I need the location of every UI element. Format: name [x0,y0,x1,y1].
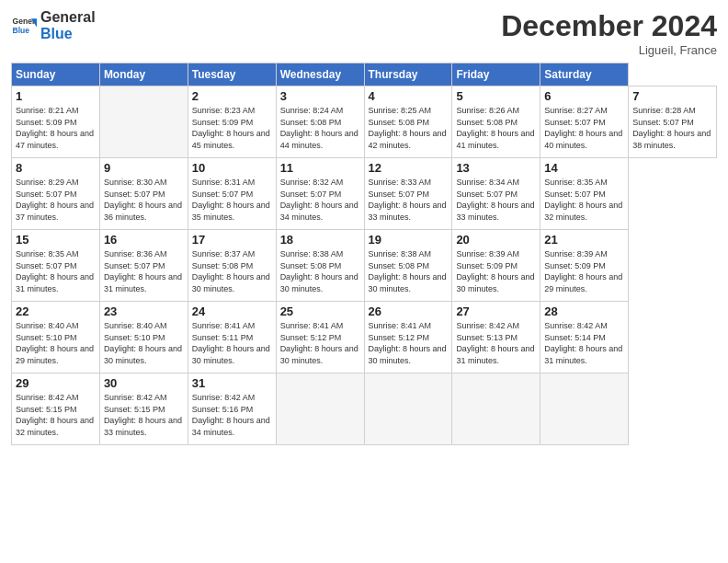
calendar-cell: 24Sunrise: 8:41 AMSunset: 5:11 PMDayligh… [188,302,276,373]
calendar-week-5: 29Sunrise: 8:42 AMSunset: 5:15 PMDayligh… [12,373,717,445]
calendar-cell: 18Sunrise: 8:38 AMSunset: 5:08 PMDayligh… [276,230,364,302]
day-number: 19 [369,233,449,247]
calendar-cell: 12Sunrise: 8:33 AMSunset: 5:07 PMDayligh… [364,158,452,230]
calendar-cell: 29Sunrise: 8:42 AMSunset: 5:15 PMDayligh… [12,373,100,445]
calendar-cell: 17Sunrise: 8:37 AMSunset: 5:08 PMDayligh… [188,230,276,302]
day-number: 30 [104,376,184,390]
day-number: 16 [104,233,184,247]
day-number: 4 [369,89,449,103]
day-info: Sunrise: 8:42 AMSunset: 5:15 PMDaylight:… [16,392,96,438]
day-info: Sunrise: 8:41 AMSunset: 5:12 PMDaylight:… [369,320,449,366]
day-info: Sunrise: 8:26 AMSunset: 5:08 PMDaylight:… [456,105,536,151]
calendar-cell [364,373,452,445]
calendar-cell: 26Sunrise: 8:41 AMSunset: 5:12 PMDayligh… [364,302,452,373]
calendar-cell [452,373,540,445]
day-info: Sunrise: 8:40 AMSunset: 5:10 PMDaylight:… [104,320,184,366]
calendar-cell: 9Sunrise: 8:30 AMSunset: 5:07 PMDaylight… [99,158,188,230]
calendar-cell: 28Sunrise: 8:42 AMSunset: 5:14 PMDayligh… [540,302,629,373]
day-info: Sunrise: 8:38 AMSunset: 5:08 PMDaylight:… [369,248,449,294]
day-number: 24 [192,304,272,318]
calendar-cell: 1Sunrise: 8:21 AMSunset: 5:09 PMDaylight… [12,86,100,158]
calendar-cell: 3Sunrise: 8:24 AMSunset: 5:08 PMDaylight… [276,86,364,158]
day-number: 31 [192,376,272,390]
day-info: Sunrise: 8:41 AMSunset: 5:12 PMDaylight:… [280,320,360,366]
day-number: 5 [456,89,536,103]
day-info: Sunrise: 8:37 AMSunset: 5:08 PMDaylight:… [192,248,272,294]
calendar-cell: 8Sunrise: 8:29 AMSunset: 5:07 PMDaylight… [12,158,100,230]
day-info: Sunrise: 8:39 AMSunset: 5:09 PMDaylight:… [456,248,536,294]
calendar-week-2: 8Sunrise: 8:29 AMSunset: 5:07 PMDaylight… [12,158,717,230]
day-number: 17 [192,233,272,247]
day-number: 20 [456,233,536,247]
day-info: Sunrise: 8:40 AMSunset: 5:10 PMDaylight:… [16,320,96,366]
calendar-cell: 23Sunrise: 8:40 AMSunset: 5:10 PMDayligh… [99,302,188,373]
day-number: 1 [16,89,96,103]
calendar-week-4: 22Sunrise: 8:40 AMSunset: 5:10 PMDayligh… [12,302,717,373]
day-number: 21 [544,233,624,247]
location: Ligueil, France [501,43,717,57]
col-thursday: Thursday [364,63,452,86]
day-info: Sunrise: 8:32 AMSunset: 5:07 PMDaylight:… [280,177,360,223]
calendar-cell [276,373,364,445]
day-info: Sunrise: 8:42 AMSunset: 5:14 PMDaylight:… [544,320,624,366]
day-info: Sunrise: 8:42 AMSunset: 5:16 PMDaylight:… [192,392,272,438]
calendar-cell: 7Sunrise: 8:28 AMSunset: 5:07 PMDaylight… [629,86,717,158]
calendar-cell: 16Sunrise: 8:36 AMSunset: 5:07 PMDayligh… [99,230,188,302]
day-info: Sunrise: 8:28 AMSunset: 5:07 PMDaylight:… [632,105,712,151]
day-info: Sunrise: 8:27 AMSunset: 5:07 PMDaylight:… [544,105,624,151]
day-info: Sunrise: 8:23 AMSunset: 5:09 PMDaylight:… [192,105,272,151]
calendar-cell: 6Sunrise: 8:27 AMSunset: 5:07 PMDaylight… [540,86,629,158]
col-monday: Monday [99,63,188,86]
header-row: Sunday Monday Tuesday Wednesday Thursday… [12,63,717,86]
day-info: Sunrise: 8:36 AMSunset: 5:07 PMDaylight:… [104,248,184,294]
day-info: Sunrise: 8:38 AMSunset: 5:08 PMDaylight:… [280,248,360,294]
day-info: Sunrise: 8:42 AMSunset: 5:15 PMDaylight:… [104,392,184,438]
day-number: 11 [280,161,360,175]
day-number: 13 [456,161,536,175]
day-info: Sunrise: 8:34 AMSunset: 5:07 PMDaylight:… [456,177,536,223]
calendar-cell: 25Sunrise: 8:41 AMSunset: 5:12 PMDayligh… [276,302,364,373]
calendar-cell: 20Sunrise: 8:39 AMSunset: 5:09 PMDayligh… [452,230,540,302]
day-number: 7 [632,89,712,103]
day-number: 15 [16,233,96,247]
day-info: Sunrise: 8:35 AMSunset: 5:07 PMDaylight:… [16,248,96,294]
day-number: 18 [280,233,360,247]
day-number: 29 [16,376,96,390]
col-friday: Friday [452,63,540,86]
calendar-week-3: 15Sunrise: 8:35 AMSunset: 5:07 PMDayligh… [12,230,717,302]
month-title: December 2024 [501,9,717,43]
calendar-container: General Blue General Blue December 2024 … [0,0,728,563]
calendar-cell: 14Sunrise: 8:35 AMSunset: 5:07 PMDayligh… [540,158,629,230]
day-number: 2 [192,89,272,103]
col-saturday: Saturday [540,63,629,86]
calendar-cell: 19Sunrise: 8:38 AMSunset: 5:08 PMDayligh… [364,230,452,302]
day-number: 9 [104,161,184,175]
day-info: Sunrise: 8:41 AMSunset: 5:11 PMDaylight:… [192,320,272,366]
day-info: Sunrise: 8:29 AMSunset: 5:07 PMDaylight:… [16,177,96,223]
day-info: Sunrise: 8:42 AMSunset: 5:13 PMDaylight:… [456,320,536,366]
calendar-cell: 31Sunrise: 8:42 AMSunset: 5:16 PMDayligh… [188,373,276,445]
day-info: Sunrise: 8:31 AMSunset: 5:07 PMDaylight:… [192,177,272,223]
day-number: 10 [192,161,272,175]
calendar-cell: 10Sunrise: 8:31 AMSunset: 5:07 PMDayligh… [188,158,276,230]
day-number: 14 [544,161,624,175]
calendar-cell: 21Sunrise: 8:39 AMSunset: 5:09 PMDayligh… [540,230,629,302]
day-number: 6 [544,89,624,103]
calendar-cell: 2Sunrise: 8:23 AMSunset: 5:09 PMDaylight… [188,86,276,158]
day-info: Sunrise: 8:30 AMSunset: 5:07 PMDaylight:… [104,177,184,223]
calendar-cell: 27Sunrise: 8:42 AMSunset: 5:13 PMDayligh… [452,302,540,373]
col-tuesday: Tuesday [188,63,276,86]
day-number: 8 [16,161,96,175]
svg-text:Blue: Blue [13,25,30,34]
calendar-cell: 22Sunrise: 8:40 AMSunset: 5:10 PMDayligh… [12,302,100,373]
calendar-cell: 5Sunrise: 8:26 AMSunset: 5:08 PMDaylight… [452,86,540,158]
day-info: Sunrise: 8:24 AMSunset: 5:08 PMDaylight:… [280,105,360,151]
day-number: 27 [456,304,536,318]
day-info: Sunrise: 8:39 AMSunset: 5:09 PMDaylight:… [544,248,624,294]
calendar-cell: 11Sunrise: 8:32 AMSunset: 5:07 PMDayligh… [276,158,364,230]
calendar-cell: 30Sunrise: 8:42 AMSunset: 5:15 PMDayligh… [99,373,188,445]
calendar-cell [540,373,629,445]
day-info: Sunrise: 8:21 AMSunset: 5:09 PMDaylight:… [16,105,96,151]
title-block: December 2024 Ligueil, France [501,9,717,57]
day-number: 3 [280,89,360,103]
